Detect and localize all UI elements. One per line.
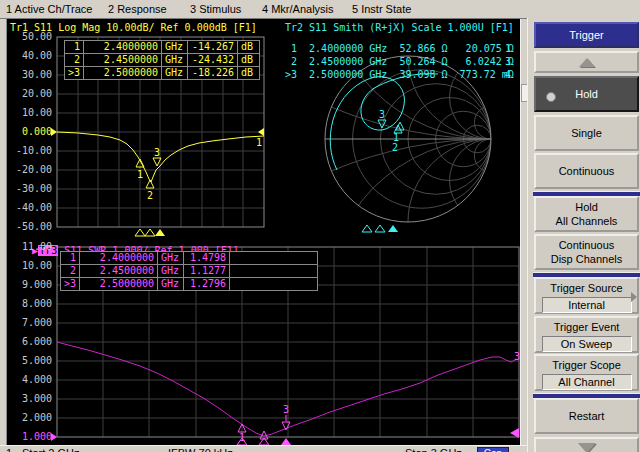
- tr2-markers: 1 2 3: [362, 109, 404, 232]
- left-window-strip: [0, 18, 7, 445]
- tr1-ref-arrow-right: [258, 128, 264, 136]
- svg-text:3: 3: [379, 109, 385, 120]
- tr3-ylabel: 10.00: [6, 261, 52, 271]
- tr3-ylabel: 6.000: [6, 337, 52, 347]
- tr1-ylabel: 20.00: [6, 89, 52, 99]
- tr3-marker-table: 12.4000000GHz1.4798 22.4500000GHz1.1277 …: [60, 251, 318, 291]
- table-row: 12.4000000GHz1.4798: [61, 252, 318, 265]
- tr2-stimulus-marker-3: [388, 225, 398, 232]
- menu-mkr-analysis[interactable]: 4 Mkr/Analysis: [262, 3, 334, 15]
- softkey-panel: Trigger Hold Single Continuous HoldAll C…: [527, 18, 640, 452]
- softkey-single-button[interactable]: Single: [534, 115, 639, 151]
- table-row: 22.4500000GHz-24.432dB: [65, 54, 260, 67]
- tr2-header: Tr2 S11 Smith (R+jX) Scale 1.000U [F1]: [285, 21, 514, 34]
- tr2-marker-row: 1 2.4000000 GHz 52.866 Ω 20.075 Ω: [285, 42, 514, 55]
- softkey-trigger-source-button[interactable]: Trigger SourceInternal: [534, 277, 639, 314]
- tr2-marker-row: 2 2.4500000 GHz 50.264 Ω 6.0242 Ω: [285, 55, 514, 68]
- tr1-ylabel: 50.00: [6, 32, 52, 42]
- tr1-ylabel: 10.00: [6, 108, 52, 118]
- svg-text:3: 3: [154, 147, 160, 158]
- softkey-trigger-scope-button[interactable]: Trigger ScopeAll Channel: [534, 354, 639, 391]
- tr1-ylabel: 30.00: [6, 70, 52, 80]
- tr3-ylabel: 3.000: [6, 394, 52, 404]
- down-arrow-icon: [578, 443, 596, 452]
- softkey-trigger-event-button[interactable]: Trigger EventOn Sweep: [534, 316, 639, 353]
- softkey-scroll-down-button[interactable]: [534, 437, 639, 452]
- tr1-ylabel: 40.00: [6, 51, 52, 61]
- continuous-status-badge: Con: [477, 447, 509, 452]
- tr2-clipped-column: 1: [505, 42, 512, 55]
- menu-bar: 1 Active Ch/Trace 2 Response 3 Stimulus …: [0, 0, 640, 19]
- tr1-ylabel: -30.00: [6, 184, 52, 194]
- tr3-ylabel: 4.000: [6, 375, 52, 385]
- softkey-hold-all-channels-button[interactable]: HoldAll Channels: [534, 196, 639, 232]
- submenu-arrow-icon: [631, 292, 637, 302]
- svg-text:2: 2: [392, 142, 398, 153]
- softkey-scroll-up-button[interactable]: [534, 51, 639, 73]
- start-frequency: Start 2 GHz: [22, 447, 79, 452]
- table-row: 22.4500000GHz1.1277: [61, 265, 318, 278]
- svg-text:1: 1: [137, 169, 143, 180]
- tr3-ylabel: 5.000: [6, 356, 52, 366]
- table-row: 12.4000000GHz-14.267dB: [65, 41, 260, 54]
- tr2-trace: [330, 74, 438, 170]
- tr3-ylabel: 7.000: [6, 318, 52, 328]
- tr3-ylabel: 8.000: [6, 299, 52, 309]
- menu-active-ch-trace[interactable]: 1 Active Ch/Trace: [6, 3, 92, 15]
- table-row: >32.5000000GHz1.2796: [61, 278, 318, 291]
- softkey-continuous-disp-channels-button[interactable]: ContinuousDisp Channels: [534, 234, 639, 270]
- tr1-ylabel: -50.00: [6, 222, 52, 232]
- softkey-restart-button[interactable]: Restart: [534, 398, 639, 434]
- softkey-menu-title: Trigger: [534, 22, 639, 48]
- tr2-marker-row: >3 2.5000000 GHz 39.098 Ω 773.72 mΩ: [285, 68, 514, 81]
- tr3-ref-level-label: 1.000: [6, 432, 52, 442]
- tr1-markers: 1 2 3 1: [51, 128, 264, 236]
- stop-frequency: Stop 3 GHz: [405, 447, 462, 452]
- tr3-markers: 1 3 3: [51, 351, 520, 445]
- tr3-ylabel: 11.00: [6, 242, 52, 252]
- menu-response[interactable]: 2 Response: [108, 3, 167, 15]
- ifbw-readout: IFBW 70 kHz: [168, 447, 233, 452]
- tr3-stimulus-marker-3: [281, 438, 291, 445]
- softkey-continuous-button[interactable]: Continuous: [534, 153, 639, 189]
- tr2-clipped-column: 4: [505, 68, 512, 81]
- tr2-stimulus-marker-1: [362, 225, 372, 232]
- tr1-ylabel: -10.00: [6, 146, 52, 156]
- menu-instr-state[interactable]: 5 Instr State: [352, 3, 411, 15]
- tr1-ylabel: -20.00: [6, 165, 52, 175]
- trigger-source-value: Internal: [542, 297, 632, 313]
- tr1-marker-table: 12.4000000GHz-14.267dB 22.4500000GHz-24.…: [64, 40, 260, 80]
- svg-text:3: 3: [283, 404, 289, 415]
- tr3-ylabel: 2.000: [6, 413, 52, 423]
- up-arrow-icon: [579, 58, 595, 67]
- table-row: >32.5000000GHz-18.226dB: [65, 67, 260, 80]
- tr1-trace-number: 1: [256, 137, 262, 148]
- tr2-stimulus-marker-2: [375, 225, 385, 232]
- svg-text:2: 2: [147, 190, 153, 201]
- tr1-ylabel: -40.00: [6, 203, 52, 213]
- trigger-event-value: On Sweep: [542, 336, 632, 352]
- tr1-ref-level-label: 0.000: [6, 127, 52, 137]
- softkey-hold-button[interactable]: Hold: [534, 76, 639, 112]
- status-bar: 1 Start 2 GHz IFBW 70 kHz Stop 3 GHz Con: [0, 445, 527, 452]
- channel-number: 1: [6, 447, 12, 452]
- selected-radio-icon: [546, 92, 556, 102]
- vna-screen: 1 Active Ch/Trace 2 Response 3 Stimulus …: [0, 0, 640, 452]
- tr2-clipped-column: 3: [505, 55, 512, 68]
- menu-stimulus[interactable]: 3 Stimulus: [190, 3, 241, 15]
- trigger-scope-value: All Channel: [542, 374, 632, 390]
- tr3-ylabel: 9.000: [6, 280, 52, 290]
